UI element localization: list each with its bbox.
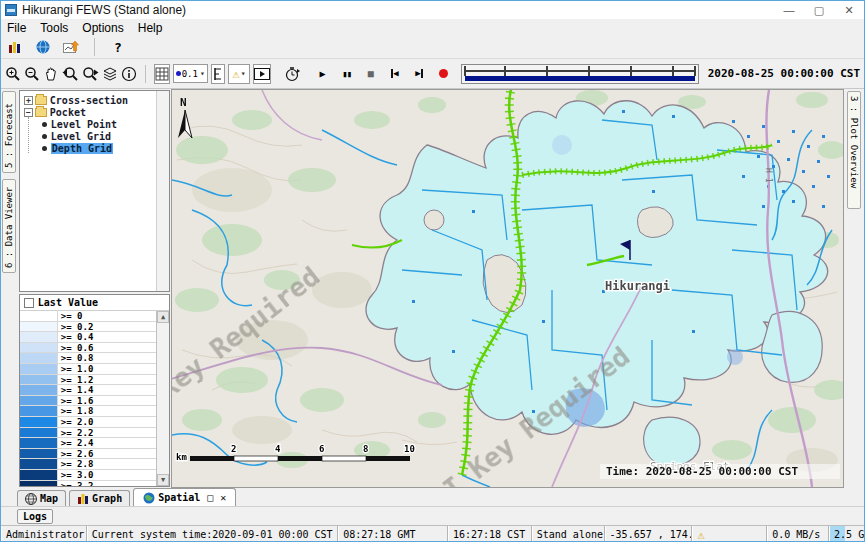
legend-row: >= 0.8 — [20, 353, 156, 364]
svg-text:2: 2 — [231, 444, 236, 454]
collapse-icon[interactable]: − — [24, 108, 33, 117]
tab-map[interactable]: Map — [17, 490, 66, 506]
menu-item-help[interactable]: Help — [138, 21, 163, 35]
legend-row: >= 0.6 — [20, 343, 156, 354]
status-coordinates: -35.657 , 174.199 — [605, 526, 693, 542]
expand-icon[interactable]: + — [24, 96, 33, 105]
skip-to-end-icon[interactable]: ▶ — [412, 64, 426, 84]
legend-row: >= 1.6 — [20, 396, 156, 407]
last-value-checkbox[interactable] — [24, 298, 34, 308]
bullet-icon — [42, 122, 47, 127]
warning-icon: ⚠ — [233, 67, 240, 81]
maximize-button[interactable]: ▢ — [804, 1, 834, 19]
legend-row: >= 3.2 — [20, 481, 156, 487]
globe-wireframe-icon — [25, 493, 37, 505]
time-slider-range-bar[interactable] — [465, 76, 695, 81]
minimize-button[interactable]: — — [774, 1, 804, 19]
svg-text:8: 8 — [363, 444, 368, 454]
scalebar-toggle-icon[interactable] — [211, 64, 226, 84]
toolbar-separator — [94, 38, 95, 56]
legend-row-label: >= 0.8 — [58, 353, 94, 363]
tab-close-icon[interactable]: ✕ — [220, 492, 226, 503]
status-warning-cell[interactable]: ⚠ — [692, 526, 767, 542]
map-canvas[interactable]: API Key Required API Key Required Hikura… — [172, 90, 843, 487]
skip-to-start-icon[interactable]: ◀ — [388, 64, 402, 84]
status-system-time: Current system time:2020-09-01 00:00 CST — [87, 526, 338, 542]
scroll-up-icon[interactable]: ▲ — [157, 311, 169, 323]
legend-row: >= 1.4 — [20, 385, 156, 396]
tab-maximize-icon[interactable]: □ — [207, 492, 213, 503]
svg-text:10: 10 — [404, 444, 415, 454]
legend-color-swatch — [20, 385, 58, 395]
tree-node-cross-section[interactable]: + Cross-section — [20, 94, 169, 106]
stop-icon[interactable]: ■ — [364, 64, 378, 84]
animation-timer-icon[interactable] — [284, 64, 300, 84]
menu-item-options[interactable]: Options — [82, 21, 123, 35]
tab-data-viewer[interactable]: 6 : Data Viewer — [2, 179, 16, 273]
layers-icon[interactable] — [102, 64, 118, 84]
legend-row-label: >= 0 — [58, 311, 83, 321]
record-icon[interactable] — [436, 64, 450, 84]
svg-text:6: 6 — [319, 444, 324, 454]
bullet-icon — [42, 146, 47, 151]
profile-chart-icon[interactable] — [61, 37, 81, 57]
legend-row-label: >= 0.6 — [58, 343, 94, 353]
app-logo-icon — [5, 4, 17, 16]
legend-row: >= 1.0 — [20, 364, 156, 375]
zoom-in-icon[interactable] — [5, 64, 21, 84]
pause-icon[interactable]: ▮▮ — [340, 64, 354, 84]
zoom-out-icon[interactable] — [24, 64, 40, 84]
status-memory: 2.5 GB — [829, 526, 864, 542]
database-viewer-icon[interactable] — [5, 37, 25, 57]
tree-node-level-grid[interactable]: Level Grid — [20, 130, 169, 142]
legend-color-swatch — [20, 428, 58, 438]
legend-scrollbar[interactable]: ▲ ▼ — [156, 311, 169, 486]
zoom-previous-icon[interactable] — [62, 64, 79, 84]
legend-color-swatch — [20, 343, 58, 353]
tree-scrollbar[interactable] — [156, 91, 169, 291]
tree-node-level-point[interactable]: Level Point — [20, 118, 169, 130]
help-icon[interactable]: ? — [108, 37, 128, 57]
spatial-map[interactable]: API Key Required API Key Required Hikura… — [171, 89, 844, 488]
map-display-icon[interactable] — [33, 37, 53, 57]
play-icon[interactable]: ▶ — [316, 64, 330, 84]
warnings-dropdown[interactable]: ⚠ ▾ — [228, 64, 250, 84]
legend-color-swatch — [20, 417, 58, 427]
map-time-overlay: Time: 2020-08-25 00:00:00 CST — [600, 464, 840, 479]
right-tab-strip: 3 : Plot Overview — [844, 89, 864, 488]
movie-export-icon[interactable] — [253, 64, 271, 84]
window-title: Hikurangi FEWS (Stand alone) — [22, 3, 186, 17]
legend-row-label: >= 0.2 — [58, 322, 94, 332]
town-label: Hikurangi — [605, 279, 670, 293]
svg-text:km: km — [176, 452, 187, 462]
legend-row-label: >= 2.0 — [58, 417, 94, 427]
tree-node-pocket[interactable]: − Pocket — [20, 106, 169, 118]
legend-color-swatch — [20, 481, 58, 487]
last-value-label: Last Value — [38, 297, 98, 308]
grid-display-icon[interactable] — [154, 64, 170, 84]
contour-interval-dropdown[interactable]: 0.1 ▾ — [173, 64, 208, 83]
tab-forecast[interactable]: 5 : Forecast — [2, 91, 16, 173]
pan-hand-icon[interactable] — [43, 64, 59, 84]
tab-plot-overview[interactable]: 3 : Plot Overview — [847, 91, 861, 209]
close-button[interactable]: ✕ — [834, 1, 864, 19]
tab-graph[interactable]: Graph — [69, 490, 130, 506]
legend-row-label: >= 2.4 — [58, 438, 94, 448]
bar-chart-icon — [77, 493, 89, 505]
tree-node-depth-grid[interactable]: Depth Grid — [20, 142, 169, 154]
folder-icon — [35, 96, 47, 105]
menu-item-file[interactable]: File — [7, 21, 26, 35]
legend-color-swatch — [20, 322, 58, 332]
time-slider[interactable] — [461, 64, 699, 84]
logs-button[interactable]: Logs — [17, 509, 53, 524]
menu-item-tools[interactable]: Tools — [40, 21, 68, 35]
app-window: Hikurangi FEWS (Stand alone) — ▢ ✕ FileT… — [0, 0, 865, 542]
info-icon[interactable] — [121, 64, 137, 84]
scroll-down-icon[interactable]: ▼ — [157, 474, 169, 486]
legend-color-swatch — [20, 406, 58, 416]
zoom-next-icon[interactable] — [82, 64, 99, 84]
legend-color-swatch — [20, 364, 58, 374]
tab-spatial[interactable]: Spatial □ ✕ — [133, 488, 236, 506]
legend-row: >= 0 — [20, 311, 156, 322]
status-mode: Stand alone — [532, 526, 605, 542]
